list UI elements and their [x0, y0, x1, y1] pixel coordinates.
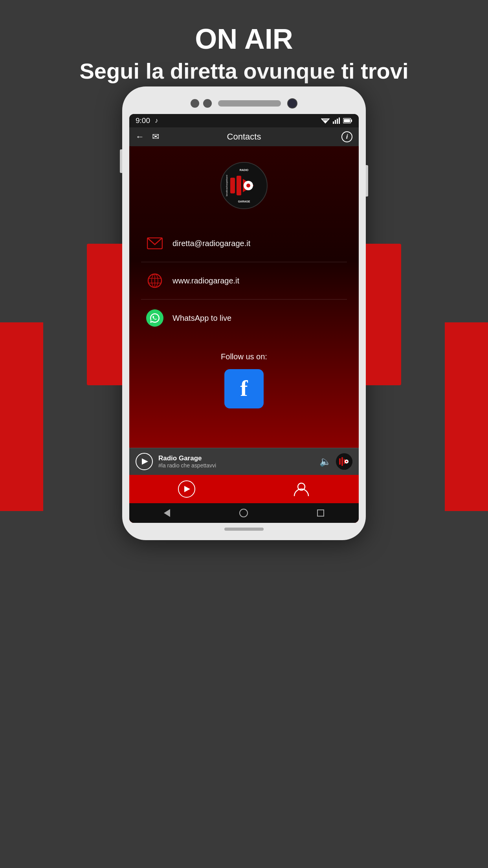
status-time: 9:00 [136, 116, 150, 125]
phone-dot-1 [191, 99, 199, 108]
email-nav-icon[interactable]: ✉ [152, 132, 159, 142]
svg-rect-26 [339, 458, 341, 465]
app-bar: ← ✉ Contacts i [129, 127, 359, 146]
info-icon: i [346, 133, 348, 141]
svg-rect-11 [230, 178, 235, 193]
contact-list: diretta@radiogarage.it [129, 221, 359, 340]
contact-item-whatsapp[interactable]: WhatsApp to live [141, 300, 347, 337]
contact-item-website[interactable]: www.radiogarage.it [141, 262, 347, 300]
home-bar [224, 528, 264, 531]
contact-email-text: diretta@radiogarage.it [172, 239, 250, 248]
svg-rect-5 [337, 119, 338, 124]
contact-website-text: www.radiogarage.it [172, 276, 239, 285]
player-info: Radio Garage #la radio che aspettavvi [158, 454, 319, 469]
app-bar-right: i [341, 131, 352, 142]
globe-icon [147, 273, 162, 288]
bottom-play-circle [178, 480, 195, 498]
bottom-play-icon [184, 486, 190, 492]
whatsapp-icon-wrap [145, 308, 165, 328]
header-on-air: ON AIR [80, 24, 409, 55]
bg-red-right [445, 322, 488, 511]
battery-icon [343, 118, 352, 123]
phone-top [129, 98, 359, 108]
email-icon-wrap [145, 234, 165, 253]
svg-rect-6 [339, 118, 340, 124]
phone-speaker [218, 100, 281, 107]
player-logo-svg [336, 453, 352, 470]
back-button[interactable]: ← [136, 132, 144, 142]
phone-frame: 9:00 ♪ [122, 86, 366, 540]
svg-text:GARAGE: GARAGE [238, 200, 250, 203]
volume-icon[interactable]: 🔈 [319, 456, 331, 467]
svg-rect-8 [351, 120, 352, 122]
bottom-nav-profile[interactable] [244, 480, 359, 498]
play-triangle-icon [142, 458, 148, 465]
whatsapp-circle [146, 309, 163, 327]
globe-icon-wrap [145, 271, 165, 291]
follow-section: Follow us on: f [129, 340, 359, 416]
status-bar: 9:00 ♪ [129, 114, 359, 127]
player-logo-small [336, 453, 352, 470]
app-bar-left: ← ✉ [136, 132, 159, 142]
bottom-nav [129, 475, 359, 503]
svg-text:laradioachaspettavvi: laradioachaspettavvi [226, 175, 228, 197]
phone-wrapper: 9:00 ♪ [122, 86, 366, 540]
info-button[interactable]: i [341, 131, 352, 142]
phone-screen: 9:00 ♪ [129, 114, 359, 523]
contact-whatsapp-text: WhatsApp to live [172, 314, 231, 323]
svg-point-15 [246, 184, 250, 188]
whatsapp-icon [149, 313, 160, 324]
header-section: ON AIR Segui la diretta ovunque ti trovi [80, 24, 409, 84]
side-button-right [366, 165, 368, 197]
bg-red-left [0, 322, 43, 511]
svg-rect-12 [237, 176, 241, 195]
wifi-icon [321, 118, 330, 124]
bottom-nav-play[interactable] [129, 480, 244, 498]
player-play-button[interactable] [136, 453, 153, 470]
facebook-button[interactable]: f [224, 369, 264, 408]
signal-icon [333, 118, 340, 124]
system-home-button[interactable] [239, 509, 248, 517]
header-subtitle: Segui la diretta ovunque ti trovi [80, 58, 409, 84]
logo-svg: RADIO GARAGE laradioachaspettavvi [222, 164, 266, 207]
system-recent-button[interactable] [317, 509, 324, 517]
spacer [129, 416, 359, 448]
player-subtitle: #la radio che aspettavvi [158, 462, 319, 469]
contact-item-email[interactable]: diretta@radiogarage.it [141, 225, 347, 262]
app-bar-title: Contacts [227, 132, 261, 142]
svg-rect-9 [344, 119, 350, 122]
red-strip-right [366, 244, 401, 385]
svg-rect-3 [333, 121, 334, 124]
side-button-left [120, 149, 122, 173]
red-strip-left [87, 244, 122, 385]
svg-point-30 [346, 461, 347, 462]
music-note-icon: ♪ [155, 117, 158, 125]
logo-area: RADIO GARAGE laradioachaspettavvi [129, 158, 359, 221]
phone-dot-2 [203, 99, 212, 108]
svg-text:RADIO: RADIO [240, 169, 249, 171]
phone-home-bar [129, 523, 359, 532]
player-right: 🔈 [319, 453, 352, 470]
phone-camera [287, 98, 297, 108]
system-back-button[interactable] [164, 509, 170, 517]
player-bar: Radio Garage #la radio che aspettavvi 🔈 [129, 448, 359, 475]
facebook-icon: f [240, 375, 248, 401]
follow-label: Follow us on: [133, 352, 355, 361]
radio-garage-logo: RADIO GARAGE laradioachaspettavvi [220, 162, 268, 209]
profile-icon [293, 480, 310, 498]
player-title: Radio Garage [158, 454, 319, 462]
content-area: RADIO GARAGE laradioachaspettavvi [129, 146, 359, 523]
system-nav [129, 503, 359, 523]
status-icons [321, 118, 352, 124]
email-icon [147, 237, 163, 249]
phone-dots [191, 99, 212, 108]
svg-rect-27 [341, 457, 343, 466]
svg-rect-4 [335, 120, 336, 124]
